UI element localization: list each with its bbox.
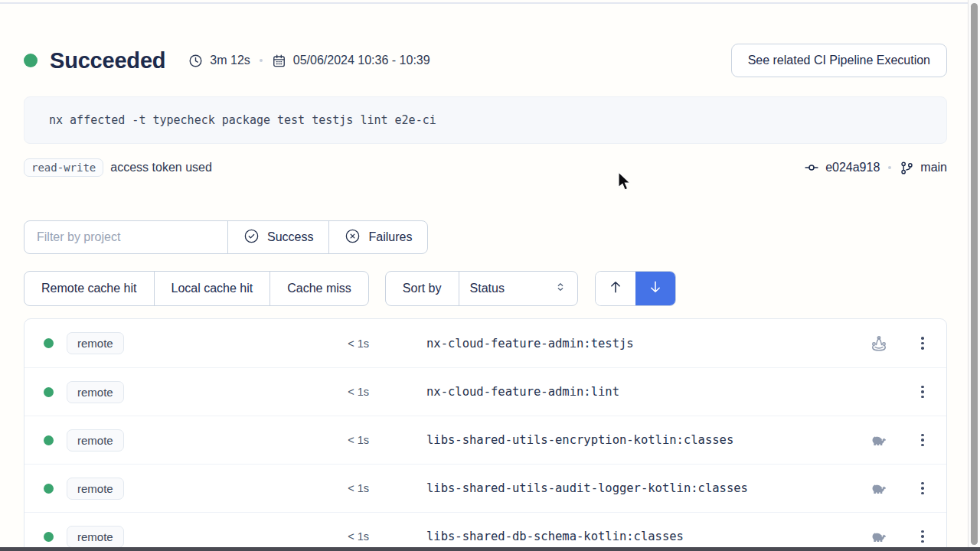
clock-icon — [188, 54, 203, 68]
task-row[interactable]: remote < 1s nx-cloud-feature-admin:lint — [24, 367, 946, 416]
cache-source-badge: remote — [67, 381, 124, 403]
cache-source-badge: remote — [67, 478, 124, 500]
row-menu-kebab-icon[interactable] — [913, 429, 933, 452]
task-name[interactable]: libs-shared-utils-encryption-kotlin:clas… — [426, 433, 733, 447]
project-filter-input[interactable] — [24, 221, 227, 253]
chevron-updown-icon — [554, 281, 567, 296]
sort-ascending-button[interactable] — [596, 272, 635, 305]
task-success-dot — [44, 435, 54, 445]
sort-by-label: Sort by — [386, 272, 459, 305]
filter-cache-miss-button[interactable]: Cache miss — [270, 272, 368, 305]
task-row[interactable]: remote < 1s nx-cloud-feature-admin:testj… — [24, 319, 946, 367]
gradle-icon — [870, 431, 888, 449]
task-name[interactable]: nx-cloud-feature-admin:lint — [426, 385, 619, 399]
calendar-icon — [272, 54, 286, 68]
task-duration: < 1s — [315, 530, 369, 543]
row-menu-kebab-icon[interactable] — [913, 477, 933, 500]
sort-field-select[interactable]: Status — [459, 272, 577, 305]
task-duration: < 1s — [315, 386, 369, 398]
task-list: remote < 1s nx-cloud-feature-admin:testj… — [24, 318, 947, 551]
local-cache-hit-label: Local cache hit — [172, 282, 253, 295]
command-box: nx affected -t typecheck package test te… — [24, 96, 947, 144]
task-row[interactable]: remote < 1s libs-shared-db-schema-kotlin… — [24, 512, 946, 551]
vcs-info: e024a918 main — [804, 160, 947, 175]
branch-name[interactable]: main — [920, 161, 947, 174]
cache-source-badge: remote — [67, 332, 124, 354]
sort-direction-group — [595, 271, 676, 306]
sort-descending-button[interactable] — [635, 272, 675, 305]
row-menu-kebab-icon[interactable] — [913, 380, 933, 403]
row-menu-kebab-icon[interactable] — [913, 525, 933, 548]
run-duration: 3m 12s — [210, 54, 250, 67]
scrollbar-track[interactable] — [968, 0, 980, 551]
window-bottom-edge — [0, 547, 980, 551]
task-success-dot — [44, 387, 54, 397]
task-success-dot — [44, 484, 54, 494]
check-circle-icon — [243, 228, 260, 247]
git-commit-icon — [804, 160, 819, 175]
task-name[interactable]: libs-shared-utils-audit-logger-kotlin:cl… — [426, 481, 748, 495]
filter-remote-cache-hit-button[interactable]: Remote cache hit — [24, 272, 154, 305]
project-filter-group: Success Failures — [24, 220, 428, 254]
run-status-title: Succeeded — [50, 48, 165, 73]
filter-success-label: Success — [267, 230, 313, 244]
filter-row: Success Failures — [24, 220, 947, 254]
filter-failures-label: Failures — [368, 230, 412, 244]
gradle-icon — [870, 527, 888, 546]
gradle-icon — [870, 479, 888, 497]
task-duration: < 1s — [315, 482, 369, 494]
task-row[interactable]: remote < 1s libs-shared-utils-encryption… — [24, 416, 946, 464]
command-text: nx affected -t typecheck package test te… — [49, 113, 436, 127]
access-token-label: access token used — [110, 161, 212, 174]
separator-dot — [260, 59, 263, 62]
commit-sha[interactable]: e024a918 — [825, 161, 880, 174]
task-row[interactable]: remote < 1s libs-shared-utils-audit-logg… — [24, 464, 946, 512]
see-related-ci-pipeline-button[interactable]: See related CI Pipeline Execution — [731, 44, 947, 77]
x-circle-icon — [345, 228, 361, 247]
separator-dot — [888, 166, 891, 169]
run-details-page: Succeeded 3m 12s 05/06/2024 10:36 - 10:3… — [0, 44, 968, 551]
arrow-down-icon — [648, 279, 663, 298]
task-name[interactable]: libs-shared-db-schema-kotlin:classes — [426, 530, 684, 543]
filter-failures-button[interactable]: Failures — [328, 221, 427, 253]
cache-source-badge: remote — [67, 526, 124, 548]
run-meta: 3m 12s 05/06/2024 10:36 - 10:39 — [188, 54, 430, 68]
task-duration: < 1s — [315, 434, 369, 446]
sort-group: Sort by Status — [385, 271, 578, 306]
top-divider — [0, 2, 968, 4]
status-success-dot — [24, 54, 38, 67]
access-token-scope-badge: read-write — [24, 158, 103, 177]
task-success-dot — [44, 532, 54, 542]
git-branch-icon — [900, 161, 914, 175]
cache-filter-group: Remote cache hit Local cache hit Cache m… — [24, 271, 369, 306]
task-success-dot — [44, 338, 54, 348]
arrow-up-icon — [608, 279, 623, 298]
run-header: Succeeded 3m 12s 05/06/2024 10:36 - 10:3… — [24, 44, 947, 77]
sort-field-value: Status — [470, 282, 505, 295]
cache-miss-label: Cache miss — [287, 282, 351, 295]
cache-source-badge: remote — [67, 429, 124, 452]
task-name[interactable]: nx-cloud-feature-admin:testjs — [426, 337, 634, 350]
task-duration: < 1s — [315, 337, 369, 350]
filter-success-button[interactable]: Success — [227, 221, 328, 253]
row-menu-kebab-icon[interactable] — [913, 332, 933, 355]
cache-sort-row: Remote cache hit Local cache hit Cache m… — [24, 271, 947, 306]
jest-icon — [870, 334, 888, 353]
filter-local-cache-hit-button[interactable]: Local cache hit — [154, 272, 270, 305]
run-date-range: 05/06/2024 10:36 - 10:39 — [293, 54, 430, 67]
remote-cache-hit-label: Remote cache hit — [41, 282, 137, 295]
scrollbar-thumb[interactable] — [971, 3, 978, 545]
token-row: read-write access token used e024a918 ma… — [24, 157, 947, 178]
